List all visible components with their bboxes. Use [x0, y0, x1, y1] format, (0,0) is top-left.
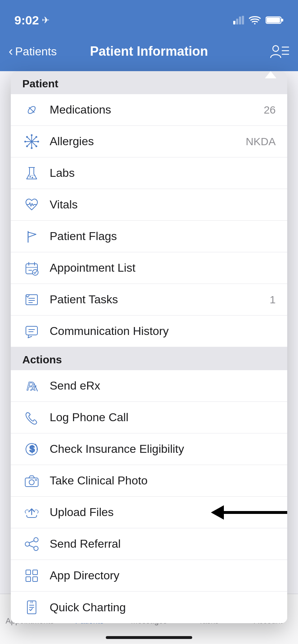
send-referral-item[interactable]: Send Referral	[11, 528, 287, 560]
appointment-list-icon	[22, 259, 41, 277]
arrow-head	[211, 505, 224, 520]
send-erx-icon: ℞	[22, 377, 41, 395]
status-bar: 9:02 ✈	[0, 0, 298, 32]
patient-flags-item[interactable]: Patient Flags	[11, 221, 287, 252]
labs-item[interactable]: Labs	[11, 157, 287, 189]
svg-text:℞: ℞	[26, 380, 36, 393]
back-arrow-icon: ‹	[9, 44, 13, 59]
communication-history-item[interactable]: Communication History	[11, 316, 287, 347]
signal-icon	[233, 16, 244, 24]
svg-point-23	[36, 145, 37, 147]
svg-rect-2	[239, 17, 241, 24]
svg-rect-49	[35, 479, 37, 480]
allergies-item[interactable]: Allergies NKDA	[11, 126, 287, 157]
app-directory-item[interactable]: App Directory	[11, 560, 287, 592]
app-directory-icon	[22, 566, 41, 585]
svg-rect-59	[33, 577, 37, 581]
quick-charting-icon	[22, 598, 41, 617]
location-icon: ✈	[42, 15, 50, 26]
dropdown-caret	[265, 71, 276, 78]
patient-tasks-item[interactable]: Patient Tasks 1	[11, 284, 287, 316]
send-referral-icon	[22, 535, 41, 553]
patient-tasks-icon	[22, 290, 41, 309]
svg-point-8	[273, 46, 279, 51]
person-menu-icon	[269, 43, 289, 59]
upload-arrow-annotation	[211, 505, 287, 520]
medications-icon	[22, 101, 41, 119]
svg-point-18	[31, 134, 33, 136]
svg-line-53	[30, 541, 34, 543]
take-clinical-photo-icon	[22, 472, 41, 490]
send-erx-item[interactable]: ℞ Send eRx	[11, 370, 287, 402]
patient-menu-button[interactable]	[269, 43, 289, 59]
arrow-line	[222, 511, 287, 514]
svg-rect-6	[281, 19, 283, 22]
svg-rect-1	[236, 19, 238, 24]
log-phone-call-item[interactable]: Log Phone Call	[11, 402, 287, 433]
svg-line-54	[30, 546, 34, 547]
svg-point-24	[36, 136, 37, 138]
svg-point-19	[31, 147, 33, 149]
wifi-icon	[248, 15, 261, 25]
svg-rect-3	[242, 16, 244, 24]
page-title: Patient Information	[90, 44, 208, 59]
actions-section-header: Actions	[11, 347, 287, 370]
back-button[interactable]: ‹ Patients	[9, 44, 57, 59]
svg-rect-56	[26, 570, 31, 575]
take-clinical-photo-item[interactable]: Take Clinical Photo	[11, 465, 287, 497]
svg-point-21	[37, 141, 39, 142]
check-insurance-icon: $	[22, 440, 41, 459]
vitals-icon	[22, 196, 41, 214]
appointment-list-item[interactable]: Appointment List	[11, 252, 287, 284]
svg-point-52	[34, 546, 38, 551]
svg-line-13	[29, 107, 34, 112]
svg-point-28	[32, 177, 33, 178]
quick-charting-item[interactable]: Quick Charting	[11, 592, 287, 623]
upload-files-item[interactable]: Upload Files	[11, 497, 287, 528]
svg-rect-58	[26, 577, 31, 581]
dropdown-menu: Patient Medications 26	[11, 71, 287, 623]
status-time: 9:02 ✈	[14, 13, 50, 27]
svg-rect-0	[233, 21, 235, 24]
svg-point-27	[30, 176, 31, 178]
patient-section-header: Patient	[11, 71, 287, 94]
svg-rect-40	[26, 326, 37, 335]
svg-point-22	[26, 136, 28, 138]
vitals-item[interactable]: Vitals	[11, 189, 287, 221]
communication-history-icon	[22, 322, 41, 341]
svg-rect-7	[267, 18, 280, 23]
svg-text:$: $	[30, 443, 35, 454]
svg-point-4	[254, 23, 256, 24]
nav-bar: ‹ Patients Patient Information	[0, 32, 298, 71]
medications-item[interactable]: Medications 26	[11, 94, 287, 126]
upload-files-icon	[22, 503, 41, 522]
svg-point-48	[29, 480, 34, 485]
svg-point-25	[26, 145, 28, 147]
battery-icon	[266, 15, 284, 25]
svg-rect-57	[33, 570, 37, 575]
status-icons	[233, 15, 284, 25]
patient-flags-icon	[22, 227, 41, 246]
allergies-icon	[22, 132, 41, 151]
log-phone-call-icon	[22, 408, 41, 427]
check-insurance-item[interactable]: $ Check Insurance Eligibility	[11, 433, 287, 465]
svg-point-20	[24, 141, 26, 142]
labs-icon	[22, 164, 41, 183]
svg-point-50	[25, 542, 30, 546]
svg-rect-36	[26, 295, 37, 305]
svg-point-51	[34, 538, 38, 542]
home-indicator	[106, 636, 192, 639]
